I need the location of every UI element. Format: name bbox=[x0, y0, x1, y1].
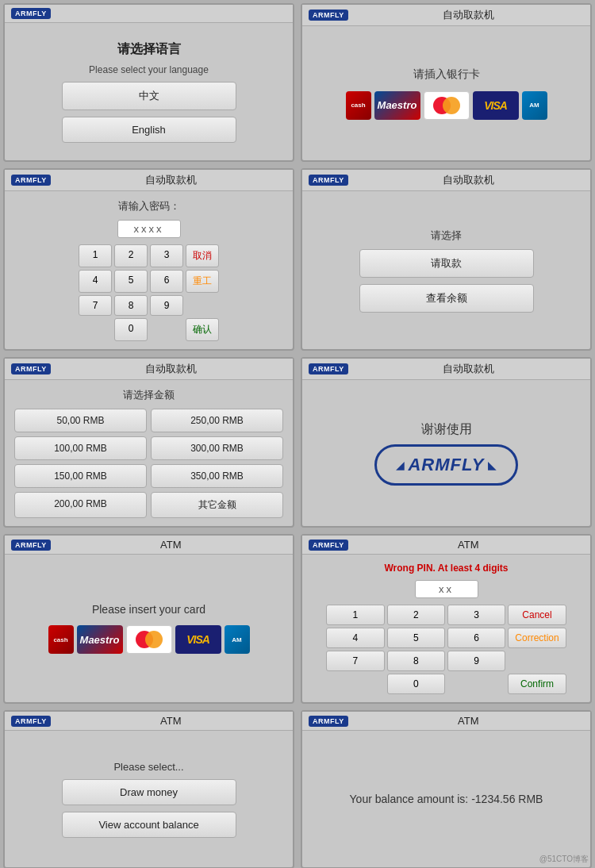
en-key-5[interactable]: 5 bbox=[387, 628, 445, 648]
en-key-8[interactable]: 8 bbox=[387, 651, 445, 671]
key-2[interactable]: 2 bbox=[114, 244, 148, 267]
visa-logo: VISA bbox=[473, 91, 519, 120]
armfly-logo-9: ARMFLY bbox=[11, 716, 51, 727]
key-3[interactable]: 3 bbox=[150, 244, 183, 267]
en-key-0[interactable]: 0 bbox=[387, 674, 445, 694]
key-cancel-cn[interactable]: 取消 bbox=[186, 244, 219, 267]
maestro-logo: Maestro bbox=[374, 91, 420, 120]
watermark: @51CTO博客 bbox=[539, 854, 589, 865]
armfly-logo-1: ARMFLY bbox=[11, 8, 51, 19]
panel-amount-cn-header: ARMFLY 自动取款机 bbox=[5, 359, 293, 380]
panel-insert-cn: ARMFLY 自动取款机 请插入银行卡 cash Maestro VISA AM bbox=[301, 3, 592, 162]
panel-thankyou-cn-title: 自动取款机 bbox=[353, 362, 584, 376]
select-cn-prompt: 请选择 bbox=[431, 229, 462, 243]
panel-select-en: ARMFLY ATM Please select... Draw money V… bbox=[3, 710, 294, 868]
panel-insert-en: ARMFLY ATM Please insert your card cash … bbox=[3, 534, 294, 704]
amount-250[interactable]: 250,00 RMB bbox=[151, 409, 283, 432]
wing-left: ◢ bbox=[396, 459, 405, 471]
panel-pin-cn-title: 自动取款机 bbox=[56, 173, 286, 187]
panel-pin-en-title: ATM bbox=[353, 539, 584, 551]
key-empty-3 bbox=[150, 318, 183, 341]
key-4[interactable]: 4 bbox=[79, 270, 112, 293]
panel-pin-en-body: Wrong PIN. At least 4 digits xx 1 2 3 Ca… bbox=[302, 555, 590, 702]
panel-pin-cn: ARMFLY 自动取款机 请输入密码： xxxx 1 2 3 取消 4 5 6 … bbox=[3, 168, 294, 351]
armfly-logo-2: ARMFLY bbox=[309, 10, 348, 21]
amount-grid-cn: 50,00 RMB 250,00 RMB 100,00 RMB 300,00 R… bbox=[14, 409, 283, 518]
card-logos-cn: cash Maestro VISA AM bbox=[346, 91, 547, 120]
en-key-4[interactable]: 4 bbox=[326, 628, 384, 648]
amount-100[interactable]: 100,00 RMB bbox=[14, 436, 147, 460]
panel-amount-cn-body: 请选择金额 50,00 RMB 250,00 RMB 100,00 RMB 30… bbox=[5, 380, 293, 526]
amount-300[interactable]: 300,00 RMB bbox=[151, 436, 283, 460]
cash-logo-en: cash bbox=[48, 625, 74, 654]
en-key-empty-3 bbox=[447, 674, 505, 694]
armfly-logo-6: ARMFLY bbox=[309, 363, 348, 374]
panel-pin-cn-header: ARMFLY 自动取款机 bbox=[5, 170, 293, 191]
amount-150[interactable]: 150,00 RMB bbox=[14, 464, 147, 488]
am-logo: AM bbox=[522, 91, 547, 120]
btn-withdraw-cn[interactable]: 请取款 bbox=[359, 249, 534, 278]
key-5[interactable]: 5 bbox=[114, 270, 148, 293]
panel-insert-cn-header: ARMFLY 自动取款机 bbox=[302, 5, 590, 26]
panel-select-cn: ARMFLY 自动取款机 请选择 请取款 查看余额 bbox=[301, 168, 592, 351]
pin-cn-display: xxxx bbox=[117, 220, 181, 238]
armfly-big-text: ARMFLY bbox=[408, 455, 484, 475]
en-key-3[interactable]: 3 bbox=[447, 605, 505, 625]
en-key-7[interactable]: 7 bbox=[326, 651, 384, 671]
panel-balance-en-title: ATM bbox=[353, 715, 584, 727]
key-0[interactable]: 0 bbox=[114, 318, 148, 341]
maestro-logo-en: Maestro bbox=[77, 625, 123, 654]
panel-language-body: 请选择语言 Please select your language 中文 Eng… bbox=[5, 23, 293, 160]
armfly-logo-5: ARMFLY bbox=[11, 363, 51, 374]
key-empty-1 bbox=[186, 295, 219, 316]
insert-card-cn-text: 请插入银行卡 bbox=[413, 67, 480, 82]
en-key-6[interactable]: 6 bbox=[447, 628, 505, 648]
wrong-pin-text: Wrong PIN. At least 4 digits bbox=[384, 563, 508, 574]
en-key-empty-2 bbox=[326, 674, 384, 694]
key-6[interactable]: 6 bbox=[150, 270, 183, 293]
amount-other[interactable]: 其它金额 bbox=[151, 492, 283, 518]
key-confirm-cn[interactable]: 确认 bbox=[186, 318, 219, 341]
panel-select-en-header: ARMFLY ATM bbox=[5, 712, 293, 731]
key-correction-cn[interactable]: 重工 bbox=[186, 270, 219, 293]
armfly-logo-8: ARMFLY bbox=[309, 540, 348, 551]
en-key-9[interactable]: 9 bbox=[447, 651, 505, 671]
am-logo-en: AM bbox=[225, 625, 250, 654]
wing-right: ◣ bbox=[488, 459, 497, 471]
key-8[interactable]: 8 bbox=[114, 295, 148, 316]
panel-thankyou-cn-header: ARMFLY 自动取款机 bbox=[302, 359, 590, 380]
btn-balance-en[interactable]: View account balance bbox=[62, 812, 236, 838]
panel-amount-cn: ARMFLY 自动取款机 请选择金额 50,00 RMB 250,00 RMB … bbox=[3, 357, 294, 528]
en-key-cancel[interactable]: Cancel bbox=[508, 605, 566, 625]
amount-cn-prompt: 请选择金额 bbox=[123, 388, 175, 402]
armfly-logo-3: ARMFLY bbox=[11, 175, 51, 186]
pin-cn-subtitle: 请输入密码： bbox=[118, 199, 180, 213]
amount-350[interactable]: 350,00 RMB bbox=[151, 464, 283, 488]
balance-amount-text: Your balance amount is: -1234.56 RMB bbox=[342, 785, 551, 813]
btn-english[interactable]: English bbox=[62, 117, 236, 143]
panel-insert-cn-body: 请插入银行卡 cash Maestro VISA AM bbox=[302, 26, 590, 160]
language-title-cn: 请选择语言 bbox=[117, 41, 181, 58]
select-en-prompt: Please select... bbox=[113, 761, 183, 773]
key-1[interactable]: 1 bbox=[79, 244, 112, 267]
en-key-2[interactable]: 2 bbox=[387, 605, 445, 625]
en-key-empty-1 bbox=[508, 651, 566, 671]
key-empty-2 bbox=[79, 318, 112, 341]
panel-insert-en-header: ARMFLY ATM bbox=[5, 536, 293, 555]
amount-200[interactable]: 200,00 RMB bbox=[14, 492, 147, 518]
panel-thankyou-cn-body: 谢谢使用 ◢ ARMFLY ◣ bbox=[302, 380, 590, 526]
en-key-1[interactable]: 1 bbox=[326, 605, 384, 625]
key-7[interactable]: 7 bbox=[79, 295, 112, 316]
amount-50[interactable]: 50,00 RMB bbox=[14, 409, 147, 432]
en-key-correction[interactable]: Correction bbox=[508, 628, 566, 648]
panel-balance-en: ARMFLY ATM Your balance amount is: -1234… bbox=[301, 710, 592, 868]
btn-withdraw-en[interactable]: Draw money bbox=[62, 779, 236, 805]
panel-select-en-title: ATM bbox=[56, 715, 286, 727]
keypad-en: 1 2 3 Cancel 4 5 6 Correction 7 8 9 0 Co… bbox=[326, 605, 566, 694]
btn-chinese[interactable]: 中文 bbox=[62, 82, 236, 110]
key-9[interactable]: 9 bbox=[150, 295, 183, 316]
en-key-confirm[interactable]: Confirm bbox=[508, 674, 566, 694]
btn-balance-cn[interactable]: 查看余额 bbox=[359, 284, 534, 313]
panel-language: ARMFLY 请选择语言 Please select your language… bbox=[3, 3, 294, 162]
panel-pin-en-header: ARMFLY ATM bbox=[302, 536, 590, 555]
